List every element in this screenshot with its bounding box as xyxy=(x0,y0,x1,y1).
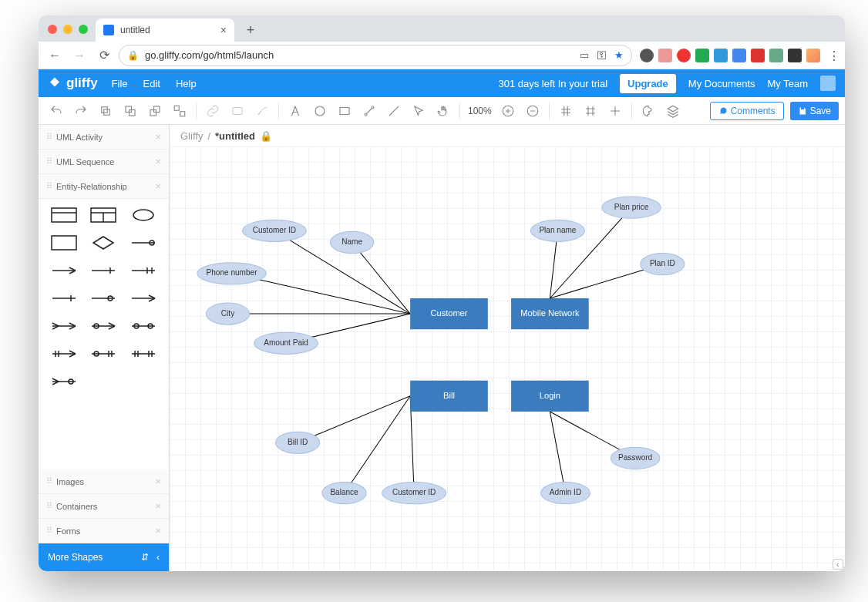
close-icon[interactable]: × xyxy=(155,156,161,167)
link-button[interactable] xyxy=(201,99,224,123)
collapse-icon[interactable]: ⇵ xyxy=(141,552,149,563)
line-tool[interactable] xyxy=(382,99,405,123)
shape-conn-12[interactable] xyxy=(126,344,161,364)
shape-rect[interactable] xyxy=(46,233,82,253)
more-shapes-button[interactable]: More Shapes ⇵‹ xyxy=(39,543,169,571)
back-button[interactable]: ← xyxy=(45,45,65,66)
ext-icon[interactable] xyxy=(769,49,783,62)
circle-tool[interactable] xyxy=(308,99,331,123)
shape-conn-9[interactable] xyxy=(126,316,161,336)
close-tab-icon[interactable]: × xyxy=(220,24,227,36)
zoom-out-button[interactable] xyxy=(521,99,544,123)
shape-conn-10[interactable] xyxy=(46,344,82,364)
canvas[interactable]: CustomerMobile NetworkBillLoginCustomer … xyxy=(170,146,845,571)
category-label: Entity-Relationship xyxy=(56,182,127,191)
grid-small-icon[interactable] xyxy=(554,99,577,123)
ext-icon[interactable] xyxy=(677,49,691,62)
theme-icon[interactable] xyxy=(637,99,660,123)
shape-conn-11[interactable] xyxy=(86,344,122,364)
shape-conn-1[interactable] xyxy=(46,261,82,281)
app-logo[interactable]: gliffy xyxy=(48,76,98,91)
maximize-window-icon[interactable] xyxy=(79,25,88,34)
profile-avatar-icon[interactable] xyxy=(806,49,820,62)
layers-icon[interactable] xyxy=(661,99,685,123)
scroll-corner-icon[interactable]: ‹ xyxy=(833,559,843,570)
my-documents-link[interactable]: My Documents xyxy=(688,78,755,89)
ext-icon[interactable] xyxy=(695,49,709,62)
shape-entity-1col[interactable] xyxy=(46,205,82,225)
shape-diamond[interactable] xyxy=(86,233,122,253)
ext-icon[interactable] xyxy=(714,49,728,62)
shape-conn-6[interactable] xyxy=(126,288,161,308)
er-diagram[interactable]: CustomerMobile NetworkBillLoginCustomer … xyxy=(170,146,845,571)
ext-icon[interactable] xyxy=(732,49,746,62)
new-tab-button[interactable]: + xyxy=(241,20,261,40)
url-field[interactable]: 🔒 go.gliffy.com/go/html5/launch ▭ ⚿ ★ xyxy=(119,45,632,66)
popup-button[interactable] xyxy=(226,99,249,123)
forward-button[interactable]: → xyxy=(69,45,89,66)
shape-conn-13[interactable] xyxy=(46,372,82,392)
bookmark-star-icon[interactable]: ★ xyxy=(614,49,624,61)
comments-button[interactable]: Comments xyxy=(710,102,784,120)
rect-tool[interactable] xyxy=(333,99,356,123)
category-uml-activity[interactable]: ⠿UML Activity× xyxy=(39,125,169,150)
category-forms[interactable]: ⠿Forms× xyxy=(39,519,169,543)
copy-button[interactable] xyxy=(94,99,117,123)
grid-large-icon[interactable] xyxy=(579,99,602,123)
minimize-window-icon[interactable] xyxy=(63,25,72,34)
browser-tab[interactable]: untitled × xyxy=(96,18,234,42)
snap-icon[interactable] xyxy=(604,99,627,123)
zoom-in-button[interactable] xyxy=(496,99,520,123)
close-icon[interactable]: × xyxy=(155,476,161,487)
close-icon[interactable]: × xyxy=(155,131,161,143)
user-icon[interactable] xyxy=(820,76,836,91)
menu-file[interactable]: File xyxy=(112,78,128,89)
key-icon[interactable]: ⚿ xyxy=(597,49,607,61)
crumb-doc[interactable]: *untitled xyxy=(215,130,255,142)
zoom-level[interactable]: 100% xyxy=(465,106,495,116)
shape-conn-5[interactable] xyxy=(86,288,122,308)
reload-button[interactable]: ⟳ xyxy=(94,45,114,66)
close-icon[interactable]: × xyxy=(155,525,161,536)
save-button[interactable]: Save xyxy=(790,102,839,120)
shape-conn-7[interactable] xyxy=(46,316,82,336)
shape-conn-4[interactable] xyxy=(46,288,82,308)
category-uml-sequence[interactable]: ⠿UML Sequence× xyxy=(39,150,169,174)
connector-tool[interactable] xyxy=(358,99,381,123)
group-button[interactable] xyxy=(168,99,191,123)
my-team-link[interactable]: My Team xyxy=(768,78,809,89)
shape-line-oo[interactable] xyxy=(126,233,161,253)
lock-icon[interactable]: 🔒 xyxy=(260,130,272,142)
curve-button[interactable] xyxy=(251,99,274,123)
chevron-left-icon[interactable]: ‹ xyxy=(156,552,160,563)
category-entity-relationship[interactable]: ⠿Entity-Relationship× xyxy=(39,174,169,199)
shape-conn-8[interactable] xyxy=(86,316,122,336)
close-icon[interactable]: × xyxy=(155,180,161,192)
pan-tool[interactable] xyxy=(432,99,455,123)
shape-conn-2[interactable] xyxy=(86,261,122,281)
ext-moon-icon[interactable] xyxy=(640,49,654,62)
ext-icon[interactable] xyxy=(658,49,672,62)
ext-new-icon[interactable] xyxy=(751,49,765,62)
window-controls[interactable] xyxy=(45,25,96,42)
translate-icon[interactable]: ▭ xyxy=(580,49,589,61)
undo-button[interactable] xyxy=(45,99,68,123)
close-icon[interactable]: × xyxy=(155,500,161,512)
category-images[interactable]: ⠿Images× xyxy=(39,469,169,494)
upgrade-button[interactable]: Upgrade xyxy=(620,74,676,93)
redo-button[interactable] xyxy=(69,99,93,123)
shape-entity-2col[interactable] xyxy=(86,205,122,225)
crumb-root[interactable]: Gliffy xyxy=(180,130,203,142)
text-tool[interactable] xyxy=(284,99,307,123)
pointer-tool[interactable] xyxy=(407,99,430,123)
close-window-icon[interactable] xyxy=(48,25,57,34)
menu-edit[interactable]: Edit xyxy=(143,78,160,89)
shape-conn-3[interactable] xyxy=(126,261,161,281)
menu-help[interactable]: Help xyxy=(176,78,197,89)
menu-dots-icon[interactable]: ⋮ xyxy=(825,49,839,62)
back-button-z[interactable] xyxy=(143,99,167,123)
front-button[interactable] xyxy=(119,99,142,123)
puzzle-icon[interactable] xyxy=(788,49,802,62)
shape-ellipse[interactable] xyxy=(126,205,161,225)
category-containers[interactable]: ⠿Containers× xyxy=(39,494,169,519)
